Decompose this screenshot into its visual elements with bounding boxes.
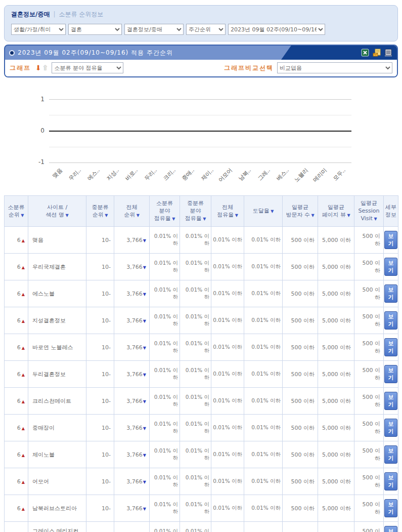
column-header[interactable]: 전체 점유율 ▼ (211, 196, 244, 227)
rank-type-select[interactable]: 주간순위 (186, 24, 226, 35)
view-detail-button[interactable]: 보기 (384, 258, 397, 276)
bullet-icon (9, 50, 15, 56)
detail-cell: 보기 (384, 441, 398, 468)
total-rank-cell: 3,766▼ (114, 334, 150, 361)
view-detail-button[interactable]: 보기 (384, 472, 397, 490)
table-row: 6▲에스노블10-3,766▼0.01% 이하0.01% 이하0.01% 이하0… (5, 280, 398, 307)
graph-compare-select[interactable]: 비교없음 (277, 62, 392, 73)
detail-cell: 보기 (384, 522, 398, 532)
daily-pageviews-cell: 5,000 이하 (318, 415, 354, 441)
view-detail-button[interactable]: 보기 (384, 445, 397, 464)
print-button[interactable] (384, 49, 393, 57)
rank-down-icon: ▼ (143, 507, 146, 511)
sort-descending-icon[interactable]: ▼ (346, 213, 350, 218)
column-header[interactable]: 사이트 / 섹션 명 ▼ (28, 196, 86, 227)
table-row: 6▲남북러브스토리아10-3,766▼0.01% 이하0.01% 이하0.01%… (5, 495, 398, 522)
save-icon (373, 51, 381, 58)
daily-pageviews-cell: 5,000 이하 (318, 468, 354, 495)
daily-pageviews-cell: 5,000 이하 (318, 307, 354, 334)
rank-up-icon: ▲ (22, 319, 25, 323)
view-detail-button[interactable]: 보기 (384, 419, 397, 437)
total-rank-cell: 3,766▼ (114, 415, 150, 441)
save-button[interactable] (372, 49, 381, 57)
sort-descending-icon[interactable]: ▼ (234, 213, 238, 218)
midcategory-rank-cell: 10- (86, 415, 114, 441)
sort-descending-icon[interactable]: ▼ (20, 213, 24, 218)
subcategory-rank-cell: 6▲ (5, 227, 28, 254)
view-detail-button[interactable]: 보기 (384, 311, 397, 330)
midcategory-share-cell: 0.01% 이하 (180, 495, 211, 522)
daily-visitors-cell: 500 이하 (283, 388, 318, 415)
view-detail-button[interactable]: 보기 (384, 499, 397, 517)
column-header[interactable]: 중분류 순위 ▼ (86, 196, 114, 227)
daily-sessions-cell: 500 이하 (354, 254, 384, 280)
x-axis-label: 제이.. (199, 167, 215, 182)
subcategory-rank-link[interactable]: 소분류 순위정보 (59, 11, 103, 18)
view-detail-button[interactable]: 보기 (384, 338, 397, 356)
rank-up-icon: ▲ (22, 238, 25, 243)
sort-descending-icon[interactable]: ▼ (270, 209, 274, 214)
rank-down-icon: ▼ (143, 426, 146, 431)
column-header[interactable]: 일평균 Session Visit ▼ (354, 196, 384, 227)
daily-pageviews-cell: 5,000 이하 (318, 495, 354, 522)
column-header[interactable]: 중분류 분야 점유율 ▼ (180, 196, 211, 227)
category-sub-select[interactable]: 결혼정보/중매 (124, 24, 184, 35)
table-header-row: 소분류 순위 ▼사이트 / 섹션 명 ▼중분류 순위 ▼전체 순위 ▼소분류 분… (5, 196, 398, 227)
rank-down-icon: ▼ (143, 238, 146, 243)
reach-rate-cell: 0.01% 이하 (244, 388, 283, 415)
excel-icon (361, 51, 369, 58)
table-row: 6▲그레이스 메리지컨설팅10-3,766▼0.01% 이하0.01% 이하0.… (5, 522, 398, 532)
sort-descending-icon[interactable]: ▼ (104, 213, 108, 218)
period-select[interactable]: 2023년 09월 02주(09/10~09/16) (228, 24, 325, 35)
column-header[interactable]: 일평균 페이지 뷰 ▼ (318, 196, 354, 227)
sort-descending-icon[interactable]: ▼ (135, 213, 140, 218)
table-row: 6▲지성결혼정보10-3,766▼0.01% 이하0.01% 이하0.01% 이… (5, 307, 398, 334)
table-row: 6▲우리국제결혼10-3,766▼0.01% 이하0.01% 이하0.01% 이… (5, 254, 398, 280)
site-name-cell: 제이노블 (28, 441, 86, 468)
sort-descending-icon[interactable]: ▼ (64, 213, 69, 218)
daily-sessions-cell: 500 이하 (354, 334, 384, 361)
daily-visitors-cell: 500 이하 (283, 280, 318, 307)
rank-up-icon: ▲ (22, 373, 25, 377)
daily-pageviews-cell: 5,000 이하 (318, 227, 354, 254)
reach-rate-cell: 0.01% 이하 (244, 307, 283, 334)
excel-export-button[interactable] (361, 49, 370, 57)
sort-descending-icon[interactable]: ▼ (171, 217, 175, 221)
x-axis-label: 맺음 (51, 167, 64, 180)
reach-rate-cell: 0.01% 이하 (244, 334, 283, 361)
midcategory-rank-cell: 10- (86, 388, 114, 415)
sort-down-icon[interactable]: ⬇ (35, 64, 41, 72)
midcategory-share-cell: 0.01% 이하 (180, 334, 211, 361)
graph-compare-label: 그래프비교선택 (224, 64, 274, 72)
column-header[interactable]: 소분류 순위 ▼ (5, 196, 28, 227)
share-chart: 1 0 -1 맺음우리..에스..지성..바로..두리..크리..중매..제이.… (0, 83, 402, 191)
view-detail-button[interactable]: 보기 (384, 231, 397, 249)
midcategory-rank-cell: 10- (86, 254, 114, 280)
view-detail-button[interactable]: 보기 (384, 392, 397, 410)
subcategory-rank-cell: 6▲ (5, 415, 28, 441)
column-header[interactable]: 일평균 방문자 수 ▼ (283, 196, 318, 227)
subcategory-share-cell: 0.01% 이하 (150, 468, 180, 495)
sort-descending-icon[interactable]: ▼ (202, 217, 206, 221)
x-axis-label: 노블리 (292, 167, 309, 184)
column-header[interactable]: 전체 순위 ▼ (114, 196, 150, 227)
subcategory-share-cell: 0.01% 이하 (150, 388, 180, 415)
total-share-cell: 0.01% 이하 (211, 307, 244, 334)
midcategory-rank-cell: 10- (86, 307, 114, 334)
daily-visitors-cell: 500 이하 (283, 495, 318, 522)
x-axis-label: 에스.. (86, 167, 102, 182)
rank-down-icon: ▼ (143, 346, 146, 350)
sort-up-icon[interactable]: ⬆ (42, 64, 49, 72)
view-detail-button[interactable]: 보기 (384, 284, 397, 303)
sort-descending-icon[interactable]: ▼ (310, 213, 315, 218)
title-divider: | (53, 11, 55, 18)
column-header[interactable]: 소분류 분야 점유율 ▼ (150, 196, 180, 227)
total-rank-cell: 3,766▼ (114, 227, 150, 254)
column-header[interactable]: 도달율 ▼ (244, 196, 283, 227)
category-top-select[interactable]: 생활/가정/취미 (11, 24, 66, 35)
view-detail-button[interactable]: 보기 (384, 365, 397, 383)
sort-descending-icon[interactable]: ▼ (373, 217, 377, 221)
graph-metric-select[interactable]: 소분류 분야 점유율 (52, 62, 123, 73)
view-detail-button[interactable]: 보기 (384, 526, 397, 532)
category-mid-select[interactable]: 결혼 (68, 24, 122, 35)
